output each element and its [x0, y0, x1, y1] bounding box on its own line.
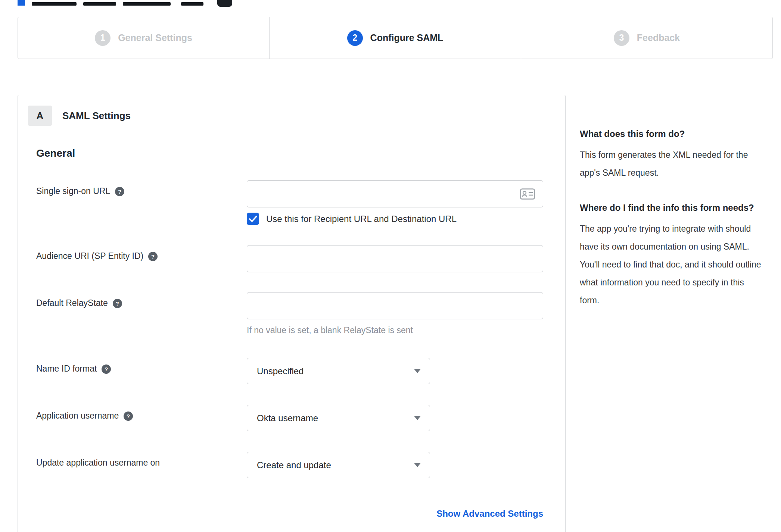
updateusername-label: Update application username on	[36, 458, 160, 468]
step-number-badge: 3	[614, 30, 629, 46]
field-row-audience: Audience URI (SP Entity ID) ?	[36, 245, 565, 272]
help-answer-2: The app you're trying to integrate with …	[580, 220, 763, 309]
field-row-sso: Single sign-on URL ?	[36, 180, 565, 225]
help-icon[interactable]: ?	[148, 252, 158, 261]
help-icon[interactable]: ?	[102, 364, 111, 374]
field-row-appusername: Application username ? Okta username	[36, 405, 565, 431]
general-section-heading: General	[36, 147, 565, 159]
caret-down-icon	[414, 416, 421, 420]
step-number-badge: 1	[95, 30, 111, 46]
appusername-selected-value: Okta username	[257, 413, 318, 423]
help-question-2: Where do I find the info this form needs…	[580, 199, 763, 217]
caret-down-icon	[414, 369, 421, 373]
help-sidebar: What does this form do? This form genera…	[580, 95, 763, 309]
audience-uri-input[interactable]	[247, 245, 543, 272]
field-row-nameid: Name ID format ? Unspecified	[36, 358, 565, 384]
relaystate-input[interactable]	[247, 292, 543, 319]
help-icon[interactable]: ?	[124, 411, 133, 421]
appusername-label: Application username	[36, 411, 119, 421]
clipped-logo-fragment	[18, 0, 25, 6]
step-label: General Settings	[118, 32, 192, 43]
help-question-1: What does this form do?	[580, 125, 763, 143]
audience-label: Audience URI (SP Entity ID)	[36, 251, 143, 261]
nameid-selected-value: Unspecified	[257, 366, 304, 376]
sso-label: Single sign-on URL	[36, 186, 110, 196]
field-row-updateusername: Update application username on Create an…	[36, 452, 565, 478]
help-icon[interactable]: ?	[115, 187, 124, 196]
field-row-relaystate: Default RelayState ? If no value is set,…	[36, 292, 565, 335]
section-a-badge: A	[28, 106, 52, 126]
clipped-title-fragment	[123, 2, 171, 6]
nameid-format-select[interactable]: Unspecified	[247, 358, 430, 384]
help-answer-1: This form generates the XML needed for t…	[580, 146, 763, 182]
step-number-badge: 2	[347, 30, 363, 46]
help-icon[interactable]: ?	[113, 299, 122, 308]
wizard-stepper: 1 General Settings 2 Configure SAML 3 Fe…	[18, 17, 773, 59]
show-advanced-settings-link[interactable]: Show Advanced Settings	[436, 508, 543, 519]
application-username-select[interactable]: Okta username	[247, 405, 430, 431]
sso-url-input[interactable]	[247, 180, 543, 207]
updateusername-selected-value: Create and update	[257, 460, 331, 470]
saml-settings-panel: A SAML Settings General Single sign-on U…	[18, 95, 566, 532]
recipient-url-checkbox-label: Use this for Recipient URL and Destinati…	[266, 214, 457, 224]
relaystate-hint: If no value is set, a blank RelayState i…	[247, 325, 543, 335]
step-configure-saml[interactable]: 2 Configure SAML	[269, 17, 521, 59]
relaystate-label: Default RelayState	[36, 298, 108, 308]
recipient-url-checkbox[interactable]	[247, 213, 259, 225]
step-label: Feedback	[637, 32, 680, 43]
nameid-label: Name ID format	[36, 364, 97, 374]
clipped-title-fragment	[83, 2, 116, 6]
clipped-app-icon	[217, 0, 232, 7]
update-username-select[interactable]: Create and update	[247, 452, 430, 478]
panel-title: SAML Settings	[62, 110, 131, 122]
step-label: Configure SAML	[370, 32, 444, 43]
step-general-settings[interactable]: 1 General Settings	[18, 17, 269, 59]
clipped-page-header	[18, 0, 781, 8]
clipped-title-fragment	[32, 2, 77, 6]
advanced-settings-row: Show Advanced Settings	[36, 508, 565, 519]
contact-card-icon	[520, 188, 535, 200]
clipped-title-fragment	[181, 2, 203, 6]
caret-down-icon	[414, 463, 421, 467]
step-feedback[interactable]: 3 Feedback	[521, 17, 772, 59]
